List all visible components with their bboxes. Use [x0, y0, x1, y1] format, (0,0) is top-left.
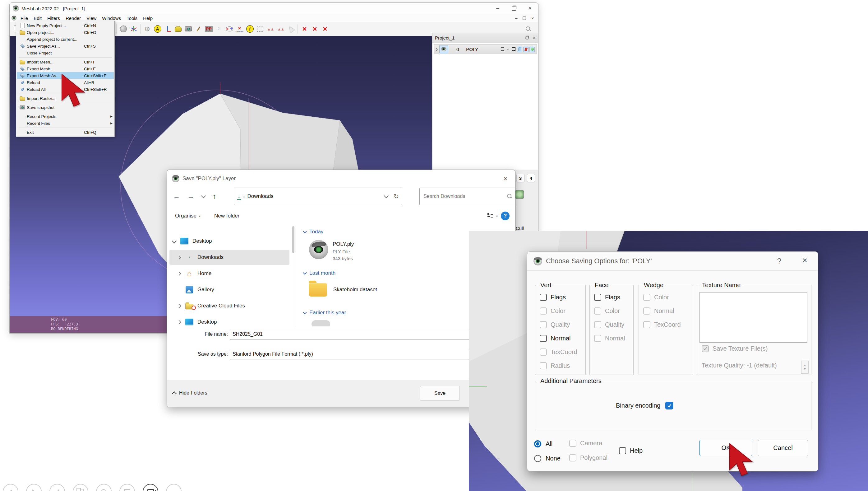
- spin-down-icon[interactable]: ▼: [804, 368, 806, 371]
- save-as-type-select[interactable]: Stanford Polygon File Format ( *.ply): [230, 349, 509, 359]
- help-button[interactable]: ?: [501, 211, 509, 220]
- video-camera-circle-button[interactable]: [143, 484, 158, 491]
- axis-corner-icon[interactable]: [163, 23, 173, 34]
- up-arrow-icon[interactable]: ↑: [213, 192, 216, 200]
- cancel-button[interactable]: Cancel: [758, 440, 808, 456]
- menu-item-append-project[interactable]: Append project to current...: [17, 36, 114, 42]
- menu-item-recent-files[interactable]: Recent Files▶: [17, 120, 114, 127]
- texture-quality-spinner[interactable]: ▲ ▼: [801, 360, 809, 374]
- collapse-chevron-icon[interactable]: [172, 239, 177, 243]
- organise-button[interactable]: Organise ▾: [175, 213, 200, 219]
- expand-chevron-icon[interactable]: [177, 320, 181, 324]
- camera-checkbox[interactable]: Camera: [569, 440, 602, 447]
- menu-item-import-mesh[interactable]: Import Mesh...Ctrl+I: [17, 58, 114, 65]
- delete-all-icon[interactable]: [320, 23, 330, 34]
- group-header-today[interactable]: Today: [303, 229, 323, 235]
- layer-bbox-icon[interactable]: [500, 47, 505, 51]
- sidebar-item-desktop-2[interactable]: Desktop: [169, 315, 289, 326]
- sidebar-item-desktop[interactable]: Desktop: [169, 234, 289, 249]
- menu-render[interactable]: Render: [63, 15, 84, 22]
- radio-none[interactable]: None: [534, 455, 561, 462]
- back-circle-button[interactable]: [3, 484, 18, 491]
- group-header-earlier-this-year[interactable]: Earlier this year: [303, 310, 346, 316]
- view-options-icon[interactable]: [488, 213, 493, 219]
- forward-arrow-icon[interactable]: →: [187, 192, 194, 200]
- layer-row[interactable]: ❯ 0 POLY ∴: [434, 44, 537, 54]
- layer-expander-icon[interactable]: ❯: [435, 47, 438, 51]
- sidebar-item-downloads[interactable]: Downloads: [169, 250, 289, 265]
- text-annotation-icon[interactable]: A: [152, 23, 163, 34]
- wedge-normal-checkbox[interactable]: Normal: [639, 304, 693, 318]
- play-circle-button[interactable]: [26, 484, 42, 491]
- options-close-button[interactable]: ×: [802, 256, 807, 265]
- vert-flags-checkbox[interactable]: Flags: [535, 290, 585, 304]
- align-ellipse-icon[interactable]: [224, 23, 235, 34]
- back-arrow-icon[interactable]: ←: [173, 192, 180, 200]
- layer-points-icon[interactable]: ∴: [506, 47, 510, 51]
- file-item-poly[interactable]: POLY.ply PLY File 343 bytes: [309, 240, 354, 261]
- menu-item-recent-projects[interactable]: Recent Projects▶: [17, 113, 114, 120]
- menu-item-new-empty-project[interactable]: New Empty Project...Ctrl+N: [17, 22, 114, 29]
- layer-visibility-eye-icon[interactable]: [439, 45, 448, 53]
- more-circle-button[interactable]: [166, 484, 182, 491]
- vert-quality-checkbox[interactable]: Quality: [535, 318, 585, 331]
- texture-name-listbox[interactable]: [700, 292, 807, 343]
- delete-mesh-icon[interactable]: [299, 23, 310, 34]
- expand-chevron-icon[interactable]: [177, 256, 181, 260]
- breadcrumb-location[interactable]: Downloads: [247, 193, 274, 199]
- point-picking-icon[interactable]: [214, 23, 224, 34]
- vert-color-checkbox[interactable]: Color: [535, 304, 585, 318]
- pencil-circle-button[interactable]: [50, 484, 65, 491]
- layer-wire-icon[interactable]: [512, 47, 516, 51]
- axis-arrows-icon[interactable]: [128, 23, 138, 34]
- hide-folders-button[interactable]: Hide Folders: [173, 390, 207, 396]
- restore-button[interactable]: [506, 3, 522, 14]
- layer-texture-icon[interactable]: [529, 47, 535, 52]
- georef-icon[interactable]: ×GEOREF: [235, 23, 245, 34]
- help-checkbox[interactable]: Help: [619, 447, 643, 454]
- wedge-color-checkbox[interactable]: Color: [639, 290, 693, 304]
- paint-brush-icon[interactable]: [193, 23, 204, 34]
- spin-up-icon[interactable]: ▲: [804, 364, 806, 367]
- menu-item-close-project[interactable]: Close Project: [17, 50, 114, 56]
- pp-filter-icon[interactable]: [204, 23, 214, 34]
- menu-tools[interactable]: Tools: [124, 15, 140, 22]
- dock-float-button[interactable]: [526, 36, 529, 39]
- wedge-texcoord-checkbox[interactable]: TexCoord: [639, 318, 693, 331]
- refresh-icon[interactable]: [394, 193, 399, 200]
- face-quality-checkbox[interactable]: Quality: [590, 318, 633, 331]
- sidebar-scrollbar[interactable]: [292, 226, 294, 253]
- face-color-checkbox[interactable]: Color: [590, 304, 633, 318]
- layer-flat-icon[interactable]: [517, 47, 522, 52]
- shader-green-icon[interactable]: [515, 190, 524, 199]
- vert-texcoord-checkbox[interactable]: TexCoord: [535, 345, 585, 359]
- file-name-input[interactable]: [230, 329, 509, 340]
- binary-encoding-checkbox[interactable]: [665, 402, 673, 409]
- raster-align-camera-icon[interactable]: [183, 23, 193, 34]
- select-faces-add-icon[interactable]: [275, 23, 286, 34]
- sidebar-item-gallery[interactable]: Gallery: [169, 282, 289, 297]
- save-button[interactable]: Save: [420, 386, 460, 401]
- collage-circle-button[interactable]: [73, 484, 88, 491]
- vert-normal-checkbox[interactable]: Normal: [535, 331, 585, 345]
- tab-3-button[interactable]: 3: [516, 174, 524, 182]
- group-header-last-month[interactable]: Last month: [303, 270, 336, 276]
- vert-radius-checkbox[interactable]: Radius: [535, 359, 585, 372]
- sidebar-item-home[interactable]: Home: [169, 266, 289, 281]
- menu-windows[interactable]: Windows: [99, 15, 124, 22]
- select-faces-icon[interactable]: [265, 23, 275, 34]
- address-dropdown-icon[interactable]: [384, 193, 389, 198]
- select-rect-icon[interactable]: [255, 23, 265, 34]
- notes-circle-button[interactable]: [119, 484, 135, 491]
- layer-smooth-icon[interactable]: [523, 47, 528, 52]
- menu-edit[interactable]: Edit: [31, 15, 44, 22]
- mdi-close-button[interactable]: ×: [531, 16, 534, 21]
- menu-file[interactable]: File: [18, 15, 31, 22]
- new-folder-button[interactable]: New folder: [214, 213, 239, 219]
- address-bar[interactable]: ↓ › Downloads: [234, 187, 402, 205]
- radio-all[interactable]: All: [534, 440, 553, 447]
- select-arrow-icon[interactable]: [286, 23, 296, 34]
- save-texture-checkbox[interactable]: Save Texture File(s): [702, 345, 768, 352]
- expand-chevron-icon[interactable]: [177, 272, 181, 276]
- measure-tape-icon[interactable]: [173, 23, 183, 34]
